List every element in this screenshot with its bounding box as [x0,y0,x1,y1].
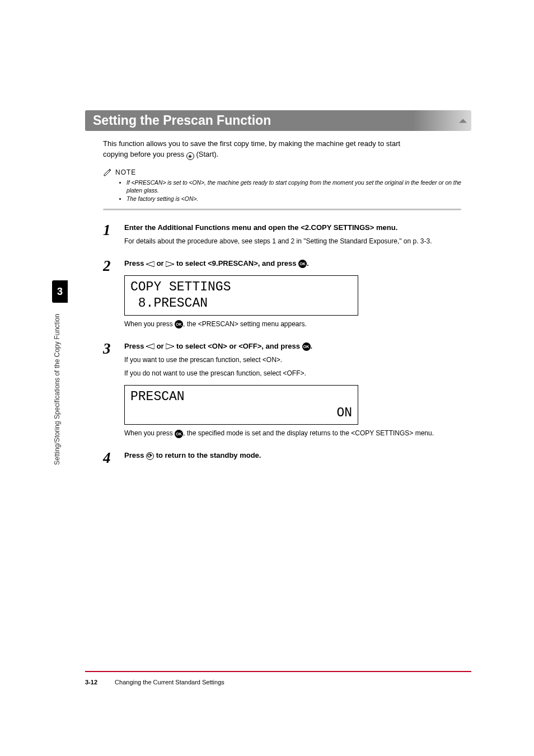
step4-text-b: to return to the standby mode. [154,451,261,459]
chapter-tab: 3 [52,280,68,303]
ok-button-icon: OK [302,342,311,351]
separator-rule [103,209,461,210]
ok-button-icon: OK [175,320,183,328]
step3-text-d: . [311,342,313,350]
footer: 3-12 Changing the Current Standard Setti… [85,679,224,685]
step3-detail1: If you want to use the prescan function,… [124,355,472,365]
step-2: 2 Press or to select <9.PRESCAN>, and pr… [103,259,472,329]
step-1: 1 Enter the Additional Functions menu an… [103,223,472,246]
lcd2-line2: 8.PRESCAN [130,296,208,311]
step3-after-b: , the specified mode is set and the disp… [183,429,434,437]
right-arrow-icon [166,344,174,349]
step3-text-b: or [154,342,166,350]
lcd-display-step3: PRESCAN ON [124,385,358,425]
step-4: 4 Press to return to the standby mode. [103,450,472,466]
step2-text-a: Press [124,259,146,267]
note-label: NOTE [103,168,471,177]
note-bullets: If <PRESCAN> is set to <ON>, the machine… [119,179,471,203]
step4-text-a: Press [124,451,146,459]
pencil-icon [103,168,112,177]
lcd-display-step2: COPY SETTINGS 8.PRESCAN [124,275,358,316]
step2-instruction: Press or to select <9.PRESCAN>, and pres… [124,259,472,269]
reset-icon [146,452,154,460]
start-icon: ◈ [186,152,194,160]
svg-marker-2 [146,344,154,349]
step2-text-c: to select <9.PRESCAN>, and press [174,259,298,267]
note-block: NOTE If <PRESCAN> is set to <ON>, the ma… [103,168,471,203]
step3-after: When you press OK, the specified mode is… [124,428,472,438]
intro-line2b: (Start). [194,150,218,158]
note-label-text: NOTE [115,168,136,176]
svg-marker-1 [166,261,174,267]
footer-title: Changing the Current Standard Settings [115,679,224,685]
svg-marker-3 [166,344,174,349]
section-heading: Setting the Prescan Function [85,110,471,131]
step2-after: When you press OK, the <PRESCAN> setting… [124,319,472,329]
svg-marker-0 [146,261,154,267]
step3-text-c: to select <ON> or <OFF>, and press [174,342,302,350]
step2-after-b: , the <PRESCAN> setting menu appears. [183,320,307,328]
step-3: 3 Press or to select <ON> or <OFF>, and … [103,341,472,439]
step2-after-a: When you press [124,320,175,328]
step3-after-a: When you press [124,429,175,437]
step2-text-b: or [154,259,166,267]
note-bullet-2: The factory setting is <ON>. [127,195,471,203]
page-number: 3-12 [85,679,97,685]
step-number-4: 4 [103,450,114,466]
intro-paragraph: This function allows you to save the fir… [103,139,461,160]
left-arrow-icon [146,261,154,267]
step-number-2: 2 [103,259,114,329]
step4-instruction: Press to return to the standby mode. [124,450,472,461]
step1-detail: For details about the procedure above, s… [124,236,472,246]
lcd3-left: PRESCAN [130,389,185,404]
step-number-3: 3 [103,341,114,439]
right-arrow-icon [166,261,174,267]
note-bullet-1: If <PRESCAN> is set to <ON>, the machine… [127,179,471,195]
step3-detail2: If you do not want to use the prescan fu… [124,368,472,378]
step2-text-d: . [307,259,309,267]
step1-instruction: Enter the Additional Functions menu and … [124,223,472,233]
page-content: Setting the Prescan Function This functi… [85,110,471,466]
lcd3-right: ON [336,406,352,420]
ok-button-icon: OK [298,260,307,268]
step-number-1: 1 [103,223,114,246]
footer-rule [85,671,471,672]
step3-text-a: Press [124,342,146,350]
step3-instruction: Press or to select <ON> or <OFF>, and pr… [124,341,472,351]
intro-line2a: copying before you press [103,150,186,158]
sidebar-vertical-label: Setting/Storing Specifications of the Co… [53,314,61,465]
intro-line1: This function allows you to save the fir… [103,139,400,148]
left-arrow-icon [146,344,154,349]
ok-button-icon: OK [175,430,183,438]
lcd2-line1: COPY SETTINGS [130,280,231,294]
